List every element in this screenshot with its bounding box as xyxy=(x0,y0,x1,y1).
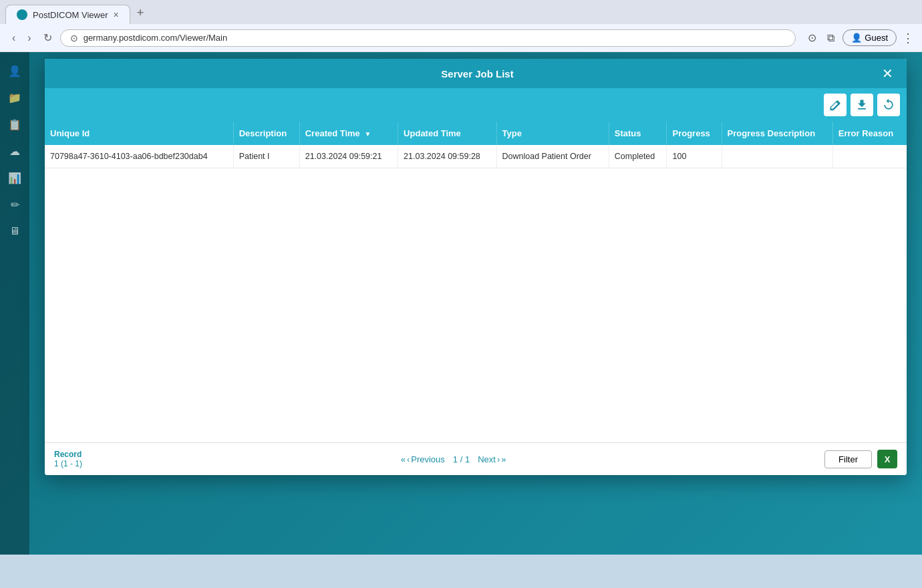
sidebar-icon-edit[interactable]: ✏ xyxy=(3,192,27,216)
tab-favicon xyxy=(17,9,27,20)
cell-progress: 100 xyxy=(667,145,722,168)
col-description: Description xyxy=(233,122,299,145)
sidebar-icon-monitor[interactable]: 🖥 xyxy=(3,219,27,243)
record-range: 1 (1 - 1) xyxy=(54,459,82,468)
col-progress: Progress xyxy=(667,122,722,145)
sidebar-icon-documents[interactable]: 📋 xyxy=(3,112,27,136)
col-type: Type xyxy=(496,122,609,145)
sidebar-icon-folder[interactable]: 📁 xyxy=(3,86,27,110)
cell-error-reason xyxy=(832,145,907,168)
sort-icon-created: ▼ xyxy=(364,130,371,138)
modal-close-button[interactable]: ✕ xyxy=(879,65,896,82)
profile-icon: 👤 xyxy=(851,33,862,43)
tab-bar: PostDICOM Viewer × + xyxy=(0,0,922,24)
cell-type: Download Patient Order xyxy=(496,145,609,168)
sidebar-icon-users[interactable]: 👤 xyxy=(3,59,27,83)
tab-title: PostDICOM Viewer xyxy=(33,10,108,20)
next-chevrons-icon: » xyxy=(501,454,506,464)
modal-header: Server Job List ✕ xyxy=(45,59,907,88)
download-button[interactable] xyxy=(851,94,873,116)
filter-button[interactable]: Filter xyxy=(824,450,872,468)
col-progress-description: Progress Description xyxy=(722,122,832,145)
tab-close-button[interactable]: × xyxy=(113,9,118,20)
col-unique-id: Unique Id xyxy=(45,122,233,145)
page-current: 1 / 1 xyxy=(453,454,470,464)
modal-footer: Record 1 (1 - 1) « ‹ Previous 1 / 1 xyxy=(45,442,907,475)
job-list-table: Unique Id Description Created Time ▼ Upd… xyxy=(45,122,907,168)
modal-title: Server Job List xyxy=(75,68,879,80)
guest-label: Guest xyxy=(865,33,888,43)
guest-profile-button[interactable]: 👤 Guest xyxy=(842,29,897,46)
new-tab-button[interactable]: + xyxy=(130,2,151,24)
browser-menu-button[interactable]: ⋮ xyxy=(902,31,914,45)
address-lock-icon: ⊙ xyxy=(70,33,78,43)
url-text: germany.postdicom.com/Viewer/Main xyxy=(84,33,228,43)
eraser-icon xyxy=(828,98,842,112)
download-indicator-button[interactable]: ⊙ xyxy=(805,29,819,47)
clear-filter-button[interactable] xyxy=(824,94,847,116)
cell-updated-time: 21.03.2024 09:59:28 xyxy=(398,145,496,168)
download-icon xyxy=(855,98,869,112)
split-screen-button[interactable]: ⧉ xyxy=(824,29,837,47)
table-body: 70798a47-3610-4103-aa06-bdbef230dab4Pati… xyxy=(45,145,907,168)
footer-actions: Filter X xyxy=(824,450,897,468)
app-background: 👤 📁 📋 ☁ 📊 ✏ 🖥 Server Job List ✕ xyxy=(0,52,922,555)
nav-actions: ⊙ ⧉ 👤 Guest ⋮ xyxy=(805,29,914,47)
refresh-button[interactable] xyxy=(877,94,900,116)
record-label: Record xyxy=(54,450,82,459)
previous-button[interactable]: « ‹ Previous xyxy=(397,453,449,466)
cell-progress-description xyxy=(722,145,832,168)
cell-status: Completed xyxy=(609,145,667,168)
previous-chevrons-icon: « xyxy=(401,454,406,464)
col-created-time[interactable]: Created Time ▼ xyxy=(299,122,398,145)
back-button[interactable]: ‹ xyxy=(8,29,19,47)
nav-bar: ‹ › ↻ ⊙ germany.postdicom.com/Viewer/Mai… xyxy=(0,24,922,52)
sidebar: 👤 📁 📋 ☁ 📊 ✏ 🖥 xyxy=(0,52,29,555)
previous-label: Previous xyxy=(411,454,445,464)
cell-description: Patient I xyxy=(233,145,299,168)
pagination: « ‹ Previous 1 / 1 Next › » xyxy=(397,453,510,466)
table-row[interactable]: 70798a47-3610-4103-aa06-bdbef230dab4Pati… xyxy=(45,145,907,168)
server-job-list-modal: Server Job List ✕ xyxy=(45,59,907,475)
sidebar-icon-cloud[interactable]: ☁ xyxy=(3,139,27,163)
table-container: Unique Id Description Created Time ▼ Upd… xyxy=(45,122,907,442)
reload-button[interactable]: ↻ xyxy=(39,29,56,47)
excel-export-button[interactable]: X xyxy=(877,450,897,468)
next-label: Next xyxy=(478,454,496,464)
col-status: Status xyxy=(609,122,667,145)
col-error-reason: Error Reason xyxy=(832,122,907,145)
forward-button[interactable]: › xyxy=(23,29,35,47)
next-chevron-icon: › xyxy=(497,454,500,464)
col-updated-time: Updated Time xyxy=(398,122,496,145)
cell-unique-id: 70798a47-3610-4103-aa06-bdbef230dab4 xyxy=(45,145,233,168)
table-header-row: Unique Id Description Created Time ▼ Upd… xyxy=(45,122,907,145)
address-bar[interactable]: ⊙ germany.postdicom.com/Viewer/Main xyxy=(60,29,796,47)
next-button[interactable]: Next › » xyxy=(474,453,510,466)
previous-chevron-icon: ‹ xyxy=(407,454,410,464)
active-tab[interactable]: PostDICOM Viewer × xyxy=(5,5,130,24)
modal-overlay: Server Job List ✕ xyxy=(29,52,922,555)
cell-created-time: 21.03.2024 09:59:21 xyxy=(299,145,398,168)
sidebar-icon-stats[interactable]: 📊 xyxy=(3,166,27,190)
record-info: Record 1 (1 - 1) xyxy=(54,450,82,468)
modal-toolbar xyxy=(45,88,907,122)
refresh-icon xyxy=(882,98,895,112)
